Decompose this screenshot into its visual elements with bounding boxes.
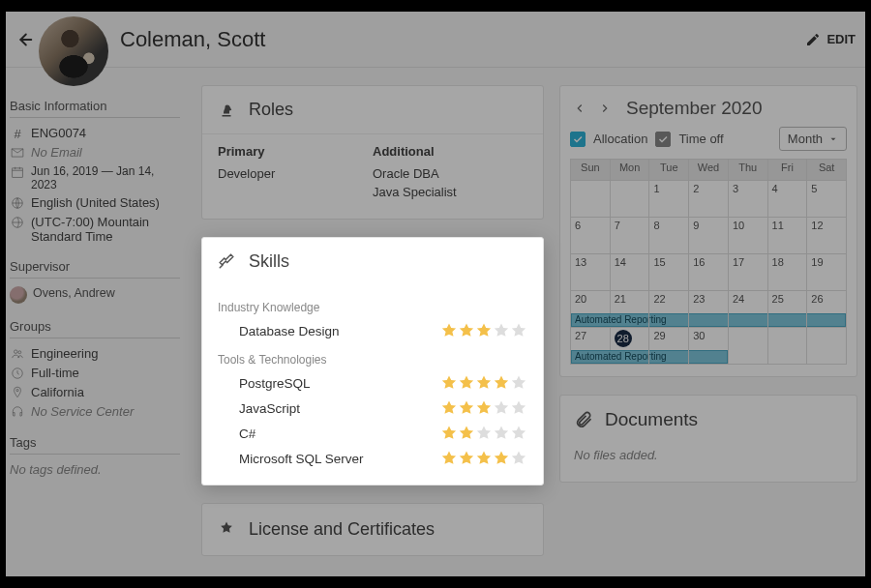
tools-icon [218, 252, 237, 272]
calendar-cell[interactable] [611, 181, 650, 218]
check-icon [657, 133, 669, 145]
chevron-right-icon [598, 102, 612, 115]
calendar-cell[interactable]: 4 [768, 181, 808, 218]
calendar-cell[interactable]: 29 [649, 328, 689, 365]
basic-info-timezone: (UTC-7:00) Mountain Standard Time [10, 213, 180, 246]
edit-label: EDIT [826, 32, 856, 46]
calendar-cell[interactable] [571, 181, 611, 218]
skill-rating[interactable] [440, 450, 527, 467]
calendar-cell[interactable] [807, 328, 847, 365]
pin-icon [10, 385, 25, 400]
back-button[interactable] [12, 27, 37, 52]
avatar-icon [10, 286, 27, 304]
calendar-cell[interactable]: 26 [807, 291, 847, 328]
calendar-cell[interactable] [729, 328, 768, 365]
calendar-cell[interactable]: 25 [768, 291, 808, 328]
calendar-cell[interactable]: 6 [571, 218, 611, 254]
calendar-cell[interactable]: 21 [611, 291, 650, 328]
skill-name: Database Design [239, 324, 440, 338]
timeoff-checkbox[interactable] [655, 132, 671, 147]
skill-name: C# [239, 426, 440, 441]
skill-group-label: Industry Knowledge [218, 301, 527, 314]
calendar-cell[interactable]: 13 [571, 254, 611, 291]
calendar-title: September 2020 [626, 98, 763, 119]
calendar-cell[interactable]: 20Automated Reporting [571, 291, 611, 328]
calendar-cell[interactable]: 11 [768, 218, 808, 254]
calendar-cell[interactable]: 24 [729, 291, 768, 328]
calendar-prev[interactable] [570, 99, 589, 118]
clock-icon [10, 366, 25, 381]
roles-additional-label: Additional [373, 144, 527, 159]
calendar-cell[interactable]: 19 [807, 254, 847, 291]
calendar-dow: Mon [611, 160, 650, 181]
calendar-next[interactable] [595, 99, 615, 118]
calendar-cell[interactable]: 30 [689, 328, 729, 365]
mail-icon [10, 145, 25, 161]
arrow-left-icon [14, 29, 35, 50]
documents-empty: No files added. [574, 448, 843, 462]
calendar-cell[interactable]: 27Automated Reporting [571, 328, 611, 365]
roles-card: Roles Primary Developer Additional Oracl… [201, 85, 544, 220]
documents-title: Documents [605, 409, 698, 430]
calendar-view-select[interactable]: Month [779, 127, 847, 151]
licenses-title: License and Certificates [249, 519, 435, 540]
check-icon [572, 133, 584, 145]
calendar-cell[interactable]: 9 [689, 218, 729, 254]
calendar-cell[interactable]: 28 [611, 328, 650, 365]
roles-additional-value: Oracle DBA [373, 164, 527, 183]
tags-title: Tags [10, 435, 180, 450]
supervisor-title: Supervisor [10, 259, 180, 274]
skills-title: Skills [249, 251, 289, 272]
calendar-icon [10, 164, 25, 180]
calendar-cell[interactable]: 18 [768, 254, 808, 291]
calendar-cell[interactable]: 3 [729, 181, 768, 218]
calendar-cell[interactable]: 5 [807, 181, 847, 218]
documents-card: Documents No files added. [559, 395, 857, 483]
calendar-cell[interactable]: 16 [689, 254, 729, 291]
calendar-cell[interactable]: 2 [689, 181, 729, 218]
group-location: California [10, 383, 180, 402]
skill-row: Database Design [218, 318, 527, 343]
skill-name: PostgreSQL [239, 376, 440, 391]
roles-additional-value: Java Specialist [373, 183, 527, 201]
edit-button[interactable]: EDIT [805, 32, 859, 47]
allocation-label: Allocation [593, 132, 647, 146]
calendar-dow: Sat [807, 160, 847, 181]
basic-info-dates: Jun 16, 2019 — Jan 14, 2023 [10, 162, 180, 193]
skill-rating[interactable] [440, 399, 527, 417]
calendar-cell[interactable]: 22 [649, 291, 689, 328]
skill-rating[interactable] [440, 322, 527, 339]
supervisor-row[interactable]: Ovens, Andrew [10, 284, 180, 306]
skill-name: Microsoft SQL Server [239, 452, 440, 466]
calendar-dow: Wed [689, 160, 729, 181]
basic-info-locale: English (United States) [10, 193, 180, 213]
calendar-cell[interactable]: 1 [649, 181, 689, 218]
basic-info-id: # ENG0074 [10, 124, 180, 143]
calendar-cell[interactable]: 14 [611, 254, 650, 291]
calendar-grid[interactable]: SunMonTueWedThuFriSat1234567891011121314… [570, 159, 847, 365]
calendar-cell[interactable]: 7 [611, 218, 650, 254]
skill-rating[interactable] [440, 425, 527, 442]
svg-rect-0 [13, 168, 23, 177]
skill-row: PostgreSQL [218, 370, 527, 396]
calendar-cell[interactable]: 23 [689, 291, 729, 328]
allocation-checkbox[interactable] [570, 132, 586, 147]
calendar-cell[interactable]: 8 [649, 218, 689, 254]
sidebar: Basic Information # ENG0074 No Email Jun… [6, 85, 190, 576]
skill-rating[interactable] [440, 374, 527, 392]
calendar-cell[interactable]: 12 [807, 218, 847, 254]
roles-title: Roles [249, 100, 293, 120]
page-title: Coleman, Scott [120, 27, 265, 52]
tags-empty: No tags defined. [10, 460, 180, 479]
calendar-cell[interactable]: 17 [729, 254, 768, 291]
calendar-cell[interactable]: 15 [649, 254, 689, 291]
svg-point-6 [16, 390, 18, 392]
chevron-left-icon [573, 102, 586, 115]
calendar-cell[interactable] [768, 328, 808, 365]
group-service-center: No Service Center [10, 402, 180, 422]
svg-point-3 [15, 350, 18, 354]
avatar[interactable] [39, 16, 108, 86]
calendar-cell[interactable]: 10 [729, 218, 768, 254]
group-employment: Full-time [10, 364, 180, 383]
globe-icon [10, 215, 25, 230]
